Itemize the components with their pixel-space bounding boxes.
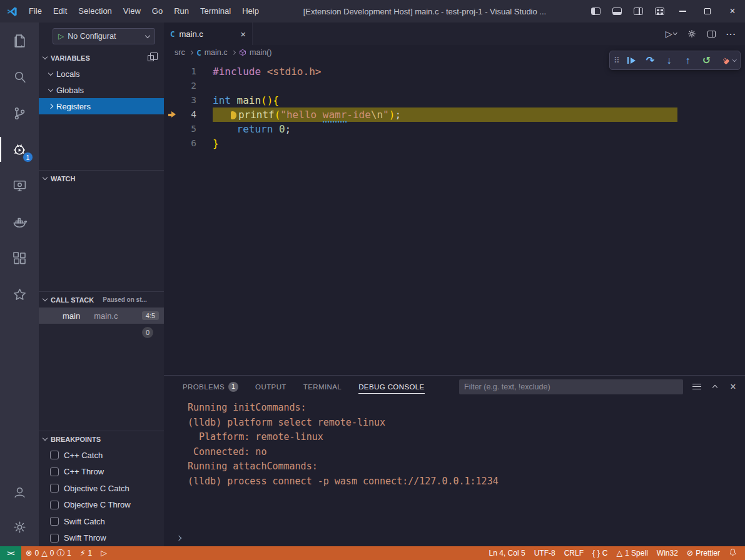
disconnect-icon[interactable] [716, 56, 735, 65]
debug-console-input[interactable] [164, 530, 745, 546]
maximize-panel-icon[interactable] [711, 384, 719, 389]
toggle-secondary-sidebar-icon[interactable] [627, 0, 649, 22]
status-win32[interactable]: Win32 [652, 546, 682, 560]
continue-icon[interactable] [622, 57, 641, 64]
menu-go[interactable]: Go [146, 3, 168, 19]
split-editor-icon[interactable] [707, 31, 716, 38]
gutter-glyph-margin[interactable] [164, 108, 180, 122]
debug-status[interactable]: ▷ [96, 546, 111, 560]
tab-main-c[interactable]: main.c × [164, 22, 253, 45]
call-stack-header[interactable]: CALL STACK Paused on st... [39, 292, 164, 308]
panel-tab-terminal[interactable]: TERMINAL [303, 376, 342, 398]
breakpoint-item-objective-c-throw[interactable]: Objective C Throw [39, 497, 164, 514]
ports-status[interactable]: ⚡1 [76, 546, 96, 560]
status-bell[interactable] [724, 546, 741, 560]
code-line-4[interactable]: 4 printf("hello wamr-ide\n"); [164, 108, 745, 122]
output-actions-icon[interactable] [692, 384, 701, 390]
checkbox[interactable] [50, 534, 59, 542]
gutter-glyph-margin[interactable] [164, 93, 180, 108]
breakpoints-title: BREAKPOINTS [51, 436, 101, 443]
activity-item-docker[interactable] [0, 204, 39, 240]
status-utf-8[interactable]: UTF-8 [530, 546, 560, 560]
toggle-panel-icon[interactable] [606, 0, 627, 22]
activity-item-settings[interactable] [0, 509, 39, 544]
menu-help[interactable]: Help [236, 3, 265, 19]
checkbox[interactable] [50, 484, 59, 492]
breadcrumb-file[interactable]: main.c [196, 48, 227, 58]
status-1-spell[interactable]: △1 Spell [612, 546, 652, 560]
toggle-sidebar-icon[interactable] [585, 0, 606, 22]
menu-file[interactable]: File [23, 3, 48, 19]
checkbox[interactable] [50, 468, 59, 476]
remote-indicator[interactable]: >< [0, 546, 21, 560]
breadcrumb-folder[interactable]: src [175, 48, 185, 57]
code-line-3[interactable]: 3int main(){ [164, 93, 745, 108]
menu-run[interactable]: Run [168, 3, 195, 19]
checkbox[interactable] [50, 451, 59, 459]
breakpoint-item-swift-catch[interactable]: Swift Catch [39, 513, 164, 530]
code-line-6[interactable]: 6} [164, 136, 745, 151]
panel-tab-debug-console[interactable]: DEBUG CONSOLE [358, 376, 425, 398]
breakpoint-item-swift-throw[interactable]: Swift Throw [39, 530, 164, 547]
customize-layout-icon[interactable] [649, 0, 670, 22]
breakpoint-item-objective-c-catch[interactable]: Objective C Catch [39, 480, 164, 497]
menu-terminal[interactable]: Terminal [195, 3, 236, 19]
gutter-glyph-margin[interactable] [164, 64, 180, 79]
step-out-icon[interactable]: ↑ [679, 55, 697, 66]
console-filter-input[interactable] [459, 379, 683, 394]
checkbox[interactable] [50, 501, 59, 509]
drag-grip-icon[interactable]: ⠿ [614, 56, 620, 65]
code-line-2[interactable]: 2 [164, 79, 745, 93]
settings-gear-icon[interactable] [687, 29, 697, 39]
status-ln-4-col-5[interactable]: Ln 4, Col 5 [485, 546, 530, 560]
menu-selection[interactable]: Selection [73, 3, 117, 19]
panel-tab-problems[interactable]: PROBLEMS1 [183, 376, 238, 398]
status-prettier[interactable]: ⊘Prettier [682, 546, 724, 560]
code-line-5[interactable]: 5 return 0; [164, 122, 745, 136]
debug-config-dropdown[interactable]: ▷ No Configurat [53, 28, 155, 44]
menu-view[interactable]: View [118, 3, 146, 19]
panel-tab-output[interactable]: OUTPUT [255, 376, 286, 398]
step-over-icon[interactable]: ↷ [641, 54, 660, 66]
inline-breakpoint-icon[interactable] [231, 111, 236, 119]
breakpoints-header[interactable]: BREAKPOINTS [39, 431, 164, 447]
problems-status[interactable]: ⊗0 △0 ⓘ1 [21, 546, 76, 560]
breadcrumb-symbol[interactable]: main() [239, 48, 271, 57]
more-actions-icon[interactable]: ··· [726, 29, 736, 39]
code-editor[interactable]: 1#include <stdio.h>23int main(){4 printf… [164, 60, 745, 375]
menu-edit[interactable]: Edit [48, 3, 73, 19]
variables-header[interactable]: VARIABLES [39, 50, 164, 66]
status-c[interactable]: { }C [588, 546, 612, 560]
activity-item-source-control[interactable] [0, 95, 39, 131]
step-into-icon[interactable]: ↓ [660, 55, 679, 66]
gutter-glyph-margin[interactable] [164, 136, 180, 151]
activity-item-search[interactable] [0, 59, 39, 95]
activity-item-remote-explorer[interactable] [0, 168, 39, 204]
activity-item-explorer[interactable] [0, 22, 39, 59]
debug-config-label: No Configurat [68, 32, 116, 41]
activity-item-run-and-debug[interactable]: 1 [0, 131, 39, 168]
gutter-glyph-margin[interactable] [164, 79, 180, 93]
code-lines: 1#include <stdio.h>23int main(){4 printf… [164, 64, 745, 151]
variables-item-registers[interactable]: Registers [39, 98, 164, 114]
close-icon[interactable]: × [720, 0, 745, 22]
status-crlf[interactable]: CRLF [560, 546, 588, 560]
restart-icon[interactable]: ↺ [697, 54, 716, 66]
views-icon[interactable] [148, 55, 154, 61]
breakpoint-item-c-throw[interactable]: C++ Throw [39, 464, 164, 481]
variables-item-locals[interactable]: Locals [39, 66, 164, 82]
close-panel-icon[interactable]: × [729, 382, 737, 392]
breakpoint-item-c-catch[interactable]: C++ Catch [39, 447, 164, 464]
activity-item-star[interactable] [0, 276, 39, 312]
checkbox[interactable] [50, 517, 59, 526]
watch-header[interactable]: WATCH [39, 171, 164, 186]
stack-frame-row[interactable]: main main.c 4:5 [39, 308, 164, 324]
run-or-debug-icon[interactable]: ▷ [666, 29, 676, 39]
variables-item-globals[interactable]: Globals [39, 82, 164, 98]
close-tab-icon[interactable]: × [240, 29, 246, 39]
maximize-icon[interactable] [695, 0, 720, 22]
gutter-glyph-margin[interactable] [164, 122, 180, 136]
activity-item-accounts[interactable] [0, 474, 39, 509]
activity-item-extensions[interactable] [0, 240, 39, 276]
minimize-icon[interactable] [670, 0, 695, 22]
